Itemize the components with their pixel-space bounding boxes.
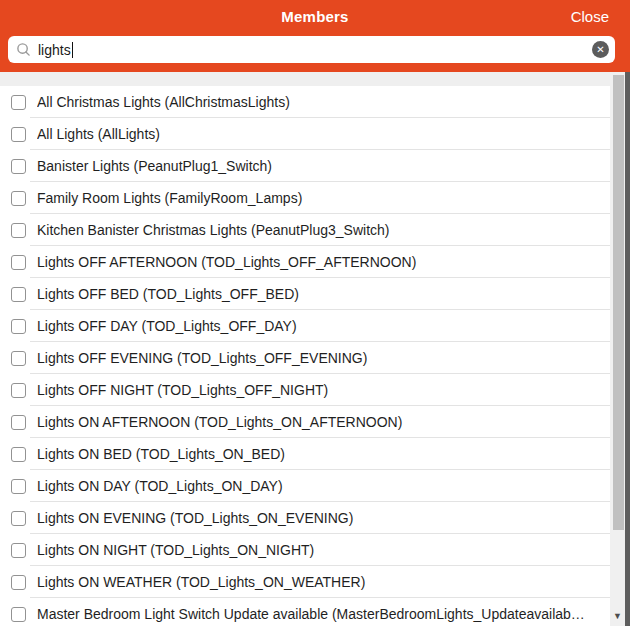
member-label: Kitchen Banister Christmas Lights (Peanu… (37, 222, 393, 238)
member-label: Family Room Lights (FamilyRoom_Lamps) (37, 190, 305, 206)
list-item[interactable]: Lights OFF NIGHT (TOD_Lights_OFF_NIGHT) (0, 374, 610, 406)
scroll-down-icon[interactable]: ▼ (610, 611, 625, 621)
dialog-header: Members Close lights ✕ (0, 0, 630, 72)
search-input[interactable]: lights ✕ (8, 36, 615, 63)
close-button[interactable]: Close (571, 8, 609, 25)
member-label: Lights ON EVENING (TOD_Lights_ON_EVENING… (37, 510, 356, 526)
list-item[interactable]: Lights OFF EVENING (TOD_Lights_OFF_EVENI… (0, 342, 610, 374)
scrollbar-thumb[interactable] (613, 75, 624, 530)
text-cursor (72, 42, 73, 58)
list-item[interactable]: Kitchen Banister Christmas Lights (Peanu… (0, 214, 610, 246)
member-checkbox[interactable] (11, 191, 26, 206)
member-label: Lights ON DAY (TOD_Lights_ON_DAY) (37, 478, 286, 494)
member-label: All Christmas Lights (AllChristmasLights… (37, 94, 293, 110)
list-item[interactable]: All Christmas Lights (AllChristmasLights… (0, 86, 610, 118)
member-checkbox[interactable] (11, 159, 26, 174)
member-label: Lights OFF DAY (TOD_Lights_OFF_DAY) (37, 318, 300, 334)
member-label: Lights OFF EVENING (TOD_Lights_OFF_EVENI… (37, 350, 370, 366)
member-checkbox[interactable] (11, 415, 26, 430)
member-label: All Lights (AllLights) (37, 126, 163, 142)
clear-search-icon[interactable]: ✕ (592, 41, 609, 58)
member-label: Lights ON BED (TOD_Lights_ON_BED) (37, 446, 288, 462)
member-checkbox[interactable] (11, 447, 26, 462)
list-item[interactable]: Lights ON NIGHT (TOD_Lights_ON_NIGHT) (0, 534, 610, 566)
member-checkbox[interactable] (11, 223, 26, 238)
member-label: Lights ON NIGHT (TOD_Lights_ON_NIGHT) (37, 542, 317, 558)
member-checkbox[interactable] (11, 383, 26, 398)
members-list: All Christmas Lights (AllChristmasLights… (0, 72, 610, 626)
member-checkbox[interactable] (11, 127, 26, 142)
member-label: Lights OFF BED (TOD_Lights_OFF_BED) (37, 286, 302, 302)
search-value: lights (38, 42, 71, 58)
list-item[interactable]: Lights OFF BED (TOD_Lights_OFF_BED) (0, 278, 610, 310)
member-checkbox[interactable] (11, 255, 26, 270)
member-checkbox[interactable] (11, 575, 26, 590)
window-edge-strip (625, 72, 630, 626)
member-label: Banister Lights (PeanutPlug1_Switch) (37, 158, 275, 174)
member-checkbox[interactable] (11, 319, 26, 334)
list-item[interactable]: Lights ON BED (TOD_Lights_ON_BED) (0, 438, 610, 470)
list-item[interactable]: Lights ON EVENING (TOD_Lights_ON_EVENING… (0, 502, 610, 534)
list-item[interactable]: Lights ON AFTERNOON (TOD_Lights_ON_AFTER… (0, 406, 610, 438)
member-label: Lights ON AFTERNOON (TOD_Lights_ON_AFTER… (37, 414, 405, 430)
member-checkbox[interactable] (11, 607, 26, 622)
scrollbar-track[interactable]: ▼ (610, 72, 625, 626)
member-checkbox[interactable] (11, 479, 26, 494)
member-label: Lights ON WEATHER (TOD_Lights_ON_WEATHER… (37, 574, 368, 590)
list-item[interactable]: Lights ON DAY (TOD_Lights_ON_DAY) (0, 470, 610, 502)
list-top-band (0, 72, 610, 86)
member-label: Lights OFF NIGHT (TOD_Lights_OFF_NIGHT) (37, 382, 331, 398)
member-checkbox[interactable] (11, 287, 26, 302)
member-checkbox[interactable] (11, 351, 26, 366)
list-item[interactable]: Lights OFF DAY (TOD_Lights_OFF_DAY) (0, 310, 610, 342)
list-item[interactable]: Lights ON WEATHER (TOD_Lights_ON_WEATHER… (0, 566, 610, 598)
member-checkbox[interactable] (11, 543, 26, 558)
search-icon (16, 42, 31, 57)
list-item[interactable]: All Lights (AllLights) (0, 118, 610, 150)
member-checkbox[interactable] (11, 95, 26, 110)
list-item[interactable]: Master Bedroom Light Switch Update avail… (0, 598, 610, 626)
member-label: Master Bedroom Light Switch Update avail… (37, 606, 588, 622)
list-item[interactable]: Banister Lights (PeanutPlug1_Switch) (0, 150, 610, 182)
list-item[interactable]: Family Room Lights (FamilyRoom_Lamps) (0, 182, 610, 214)
page-title: Members (0, 8, 630, 25)
member-checkbox[interactable] (11, 511, 26, 526)
member-label: Lights OFF AFTERNOON (TOD_Lights_OFF_AFT… (37, 254, 419, 270)
list-item[interactable]: Lights OFF AFTERNOON (TOD_Lights_OFF_AFT… (0, 246, 610, 278)
